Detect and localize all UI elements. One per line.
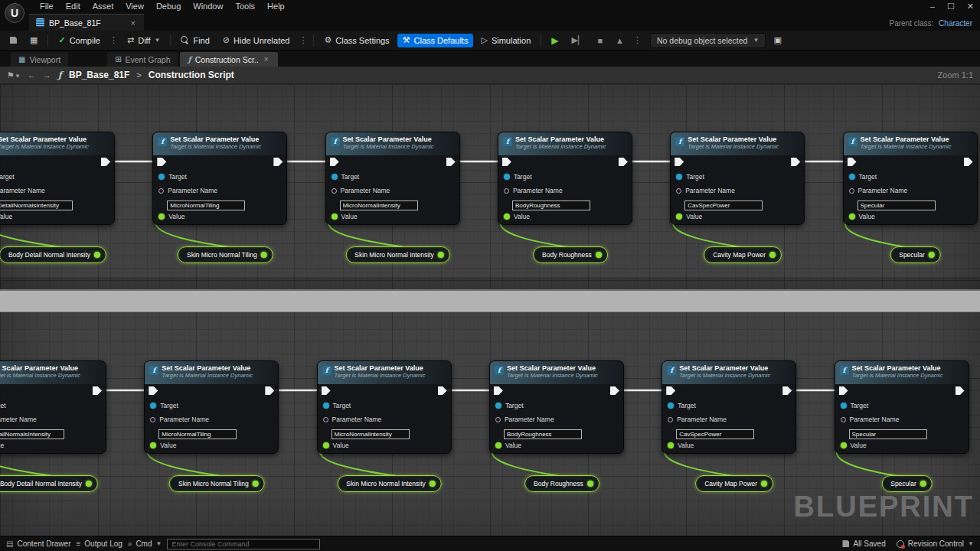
save-button[interactable] [5,34,22,46]
tab-viewport[interactable]: ▦ Viewport [11,52,68,67]
parameter-name-input[interactable] [676,429,754,439]
tab-close-icon[interactable]: × [263,55,270,64]
parameter-name-pin[interactable] [332,188,337,194]
parameter-name-input[interactable] [849,429,927,439]
simulation-button[interactable]: ▷ Simulation [475,34,536,47]
cmd-selector[interactable]: » Cmd ▼ [128,540,162,548]
value-pin[interactable] [504,214,510,220]
parameter-name-input[interactable] [512,201,590,210]
target-pin[interactable] [849,174,855,180]
menu-debug[interactable]: Debug [150,0,187,12]
console-command-input[interactable] [167,539,320,549]
parameter-name-pin[interactable] [158,188,164,194]
menu-tools[interactable]: Tools [229,0,261,12]
target-pin[interactable] [495,403,501,409]
parameter-name-pin[interactable] [504,188,509,194]
tab-close-icon[interactable]: × [129,18,137,28]
menu-asset[interactable]: Asset [87,0,120,12]
menu-help[interactable]: Help [261,0,291,12]
all-saved-status[interactable]: All Saved [842,540,885,548]
parameter-name-input[interactable] [340,201,418,210]
float-output-pin[interactable] [920,481,926,487]
variable-get-node[interactable]: Skin Micro Normal Intensity [337,475,441,492]
parameter-name-input[interactable] [684,201,763,210]
value-pin[interactable] [158,214,165,220]
compile-options-icon[interactable]: ⋮ [108,35,119,45]
parameter-name-pin[interactable] [849,188,854,194]
target-pin[interactable] [676,174,682,180]
set-scalar-parameter-node[interactable]: f Set Scalar Parameter Value Target is M… [325,132,460,225]
set-scalar-parameter-node[interactable]: f Set Scalar Parameter Value Target is M… [843,132,978,225]
exec-out-pin[interactable] [438,386,447,395]
debug-object-select[interactable]: No debug object selected ▼ [650,33,766,48]
variable-get-node[interactable]: Cavity Map Power [704,246,782,263]
exec-out-pin[interactable] [791,158,800,166]
play-options-icon[interactable]: ⋮ [632,35,643,45]
exec-out-pin[interactable] [619,158,628,166]
menu-window[interactable]: Window [187,0,229,12]
breadcrumb-graph[interactable]: Construction Script [149,70,234,80]
parameter-name-pin[interactable] [495,417,501,422]
set-scalar-parameter-node[interactable]: f Set Scalar Parameter Value Target is M… [144,360,279,454]
value-pin[interactable] [676,214,682,220]
float-output-pin[interactable] [929,252,935,258]
target-pin[interactable] [504,174,510,180]
exec-in-pin[interactable] [322,386,331,395]
exec-out-pin[interactable] [273,158,283,166]
forward-arrow-icon[interactable]: → [43,70,51,80]
content-drawer-button[interactable]: ▤ Content Drawer [6,540,70,548]
play-button[interactable]: ▶ [546,33,564,48]
browse-button[interactable]: ▦ [24,34,43,47]
output-log-button[interactable]: ≡ Output Log [76,540,122,548]
graph-canvas[interactable]: f Set Scalar Parameter Value Target is M… [0,84,980,536]
exec-in-pin[interactable] [157,158,166,166]
set-scalar-parameter-node[interactable]: f Set Scalar Parameter Value Target is M… [0,132,115,225]
diff-button[interactable]: ⇄ Diff ▼ [122,34,165,47]
exec-in-pin[interactable] [848,158,857,166]
target-pin[interactable] [158,174,165,180]
value-pin[interactable] [323,442,329,448]
hide-unrelated-button[interactable]: ⊘ Hide Unrelated [217,34,296,47]
comment-band[interactable] [0,289,980,312]
variable-get-node[interactable]: Specular [881,475,933,492]
float-output-pin[interactable] [596,252,602,258]
bookmark-icon[interactable]: ⚑▼ [7,70,21,80]
menu-edit[interactable]: Edit [60,0,87,12]
float-output-pin[interactable] [86,481,92,487]
exec-in-pin[interactable] [839,386,848,395]
exec-out-pin[interactable] [956,386,965,395]
set-scalar-parameter-node[interactable]: f Set Scalar Parameter Value Target is M… [152,132,287,225]
target-pin[interactable] [668,403,674,409]
value-pin[interactable] [668,442,674,448]
back-arrow-icon[interactable]: ← [28,70,36,80]
set-scalar-parameter-node[interactable]: f Set Scalar Parameter Value Target is M… [835,360,969,454]
exec-in-pin[interactable] [666,386,675,395]
variable-get-node[interactable]: Specular [890,246,941,263]
find-button[interactable]: Find [175,34,214,47]
variable-get-node[interactable]: Body Roughness [533,246,608,263]
exec-out-pin[interactable] [610,386,619,395]
class-defaults-button[interactable]: ⚒ Class Defaults [397,34,474,47]
exec-out-pin[interactable] [265,386,274,395]
exec-out-pin[interactable] [964,158,973,166]
value-pin[interactable] [495,442,501,448]
value-pin[interactable] [841,442,847,448]
float-output-pin[interactable] [587,481,593,487]
eject-button[interactable]: ▲ [610,34,629,47]
value-pin[interactable] [332,214,338,220]
set-scalar-parameter-node[interactable]: f Set Scalar Parameter Value Target is M… [662,360,796,454]
parameter-name-pin[interactable] [150,417,155,422]
variable-get-node[interactable]: Skin Micro Normal Tiling [169,475,265,492]
minimize-icon[interactable]: – [930,0,935,12]
exec-out-pin[interactable] [93,386,102,395]
debug-browse-button[interactable]: ▣ [768,34,786,47]
variable-get-node[interactable]: Body Detail Normal Intensity [0,475,98,492]
float-output-pin[interactable] [261,252,267,258]
tab-construction-script[interactable]: ƒ Construction Scr.. × [180,52,277,67]
parameter-name-input[interactable] [158,429,237,439]
set-scalar-parameter-node[interactable]: f Set Scalar Parameter Value Target is M… [0,360,106,454]
parent-class-link[interactable]: Character [939,19,972,28]
exec-in-pin[interactable] [502,158,511,166]
parameter-name-input[interactable] [0,201,73,210]
variable-get-node[interactable]: Body Roughness [524,475,599,492]
